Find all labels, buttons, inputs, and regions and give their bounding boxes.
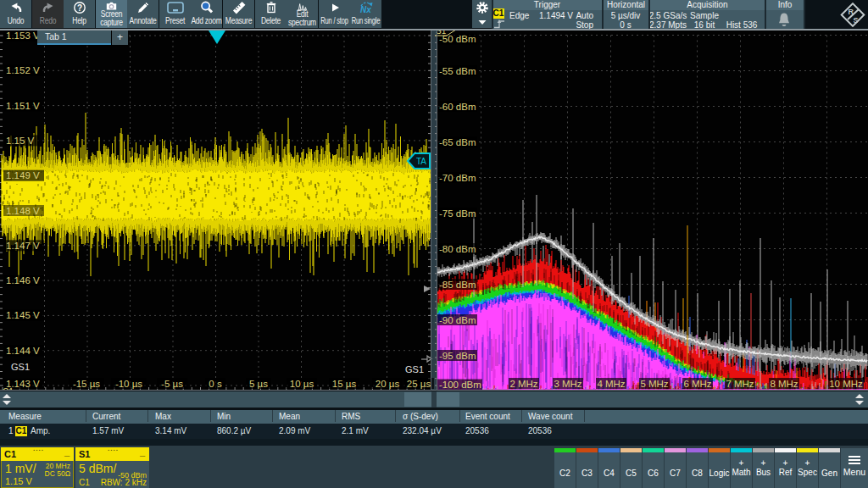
svg-text:-65 dBm: -65 dBm <box>439 137 476 147</box>
svg-text:GS1: GS1 <box>405 364 424 374</box>
svg-text:8 MHz: 8 MHz <box>770 379 798 389</box>
svg-text:1.149 V: 1.149 V <box>6 170 40 180</box>
svg-text:1.153 V: 1.153 V <box>6 30 40 41</box>
svg-text:GS1: GS1 <box>11 362 30 372</box>
svg-text:Nx: Nx <box>360 5 371 14</box>
svg-text:-5 µs: -5 µs <box>161 379 183 389</box>
svg-text:2 MHz: 2 MHz <box>509 379 537 389</box>
svg-text:10 MHz: 10 MHz <box>829 379 863 389</box>
svg-text:-55 dBm: -55 dBm <box>439 66 476 76</box>
svg-text:1.145 V: 1.145 V <box>6 310 40 320</box>
svg-text:3 MHz: 3 MHz <box>554 379 581 389</box>
svg-text:5 MHz: 5 MHz <box>640 379 668 389</box>
svg-text:TA: TA <box>416 157 426 166</box>
svg-text:15 µs: 15 µs <box>332 379 357 389</box>
svg-text:-60 dBm: -60 dBm <box>439 102 476 112</box>
svg-text:-75 dBm: -75 dBm <box>439 208 476 219</box>
svg-text:1.15 V: 1.15 V <box>6 136 35 146</box>
svg-text:?: ? <box>76 3 81 13</box>
svg-text:20 µs: 20 µs <box>376 379 400 389</box>
svg-text:-90 dBm: -90 dBm <box>439 315 476 325</box>
svg-text:0 s: 0 s <box>209 379 222 389</box>
svg-text:-70 dBm: -70 dBm <box>439 173 476 183</box>
svg-text:1.147 V: 1.147 V <box>6 241 40 251</box>
svg-text:-85 dBm: -85 dBm <box>439 280 476 290</box>
svg-text:6 MHz: 6 MHz <box>683 379 711 389</box>
svg-text:10 µs: 10 µs <box>290 379 314 389</box>
svg-text:1.151 V: 1.151 V <box>6 101 40 111</box>
svg-text:-80 dBm: -80 dBm <box>439 244 476 254</box>
svg-text:-10 µs: -10 µs <box>115 379 142 389</box>
svg-text:25 µs: 25 µs <box>407 379 431 389</box>
svg-text:1.148 V: 1.148 V <box>6 206 40 216</box>
svg-text:7 MHz: 7 MHz <box>726 379 754 389</box>
svg-text:S: S <box>854 16 859 25</box>
svg-text:4 MHz: 4 MHz <box>597 379 625 389</box>
svg-text:1.144 V: 1.144 V <box>6 346 40 356</box>
svg-text:5 µs: 5 µs <box>249 379 268 389</box>
svg-text:-95 dBm: -95 dBm <box>439 351 476 361</box>
svg-text:1.146 V: 1.146 V <box>6 275 40 286</box>
svg-text:R: R <box>849 8 854 16</box>
svg-text:1.152 V: 1.152 V <box>6 65 40 75</box>
svg-text:-100 dBm: -100 dBm <box>439 380 481 390</box>
svg-text:-15 µs: -15 µs <box>73 379 100 389</box>
